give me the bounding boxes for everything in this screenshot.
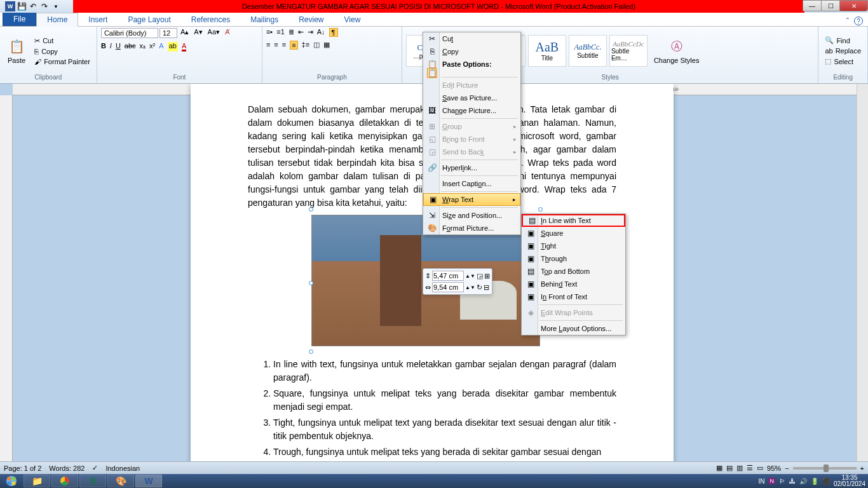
tab-view[interactable]: View <box>334 13 371 26</box>
copy-button[interactable]: ⎘Copy <box>32 47 93 56</box>
view-fullscreen-icon[interactable]: ▤ <box>726 464 733 472</box>
bold-button[interactable]: B <box>101 42 106 51</box>
minimize-button[interactable]: — <box>803 0 822 11</box>
menu-cut[interactable]: ✂Cut <box>423 32 520 45</box>
line-spacing-icon[interactable]: ‡≡ <box>302 41 310 50</box>
replace-button[interactable]: abReplace <box>822 46 864 55</box>
italic-button[interactable]: I <box>110 42 112 51</box>
word-count[interactable]: Words: 282 <box>49 464 85 472</box>
style-item[interactable]: AaBbCc.Subtitle <box>569 35 607 67</box>
align-icon[interactable]: ⊟ <box>484 283 489 292</box>
strike-button[interactable]: abc <box>125 42 136 51</box>
underline-button[interactable]: U <box>116 42 121 51</box>
start-button[interactable] <box>0 474 23 488</box>
tray-network-icon[interactable]: 🖧 <box>789 478 796 485</box>
font-color-icon[interactable]: A <box>182 42 186 51</box>
style-item[interactable]: AaBbCcDcSubtle Em… <box>609 35 648 67</box>
help-icon[interactable]: ? <box>854 17 863 25</box>
justify-icon[interactable]: ≡ <box>290 41 297 50</box>
zoom-level[interactable]: 95% <box>767 464 781 472</box>
menu-top-bottom[interactable]: ▤Top and Bottom <box>522 265 625 278</box>
menu-insert-caption[interactable]: Insert Caption... <box>423 177 520 190</box>
resize-handle[interactable] <box>309 281 313 285</box>
resize-handle[interactable] <box>309 207 313 212</box>
taskbar-explorer[interactable]: 📁 <box>24 475 50 487</box>
minimize-ribbon-icon[interactable]: ˆ <box>846 17 849 26</box>
cut-button[interactable]: ✂Cut <box>32 36 93 46</box>
menu-behind-text[interactable]: ▣Behind Text <box>522 278 625 290</box>
menu-size-position[interactable]: ⇲Size and Position... <box>423 209 520 222</box>
taskbar-paint[interactable]: 🎨 <box>107 475 134 487</box>
view-web-icon[interactable]: ▥ <box>736 464 743 472</box>
menu-copy[interactable]: ⎘Copy <box>423 45 520 58</box>
file-tab[interactable]: File <box>3 12 36 26</box>
zoom-out-button[interactable]: − <box>785 464 789 472</box>
zoom-slider[interactable] <box>793 467 857 470</box>
width-input[interactable] <box>432 282 464 292</box>
proofing-icon[interactable]: ✓ <box>92 464 98 472</box>
font-name-select[interactable]: Calibri (Body) <box>101 28 158 38</box>
tray-battery-icon[interactable]: 🔋 <box>811 478 818 485</box>
grow-font-icon[interactable]: A▴ <box>179 28 191 38</box>
tab-review[interactable]: Review <box>288 13 334 26</box>
text-effects-icon[interactable]: A <box>159 42 163 51</box>
save-icon[interactable]: 💾 <box>17 1 27 11</box>
menu-tight[interactable]: ▣Tight <box>522 240 625 252</box>
shading-icon[interactable]: ◫ <box>313 41 320 50</box>
height-input[interactable] <box>432 271 464 281</box>
menu-hyperlink[interactable]: 🔗Hyperlink... <box>423 161 520 174</box>
multilevel-icon[interactable]: ≣ <box>288 28 294 37</box>
tray-action-icon[interactable]: 🏳 <box>779 478 785 485</box>
font-size-select[interactable]: 12 <box>159 28 177 38</box>
align-right-icon[interactable]: ≡ <box>282 41 286 50</box>
picture-size-toolbar[interactable]: ⇕ ▲▼ ◲ ⊞ ⇔ ▲▼ ↻ ⊟ <box>423 268 492 295</box>
redo-icon[interactable]: ↷ <box>39 1 50 11</box>
decrease-indent-icon[interactable]: ⇤ <box>298 28 304 37</box>
zoom-in-button[interactable]: + <box>860 464 864 472</box>
view-draft-icon[interactable]: ▭ <box>757 464 763 472</box>
tab-insert[interactable]: Insert <box>78 13 118 26</box>
menu-square[interactable]: ▣Square <box>522 227 625 240</box>
language-status[interactable]: Indonesian <box>105 464 140 472</box>
superscript-button[interactable]: x² <box>149 42 155 51</box>
menu-front-of-text[interactable]: ▣In Front of Text <box>522 290 625 303</box>
rotate-icon[interactable]: ↻ <box>477 283 482 292</box>
tab-home[interactable]: Home <box>36 13 78 27</box>
menu-wrap-text[interactable]: ▣Wrap Text▸ <box>423 193 520 206</box>
numbering-icon[interactable]: ≡1 <box>276 28 285 37</box>
tray-volume-icon[interactable]: 🔊 <box>799 478 807 485</box>
crop-icon[interactable]: ◲ <box>477 272 483 280</box>
menu-inline-with-text[interactable]: ▤In Line with Text <box>522 214 625 227</box>
taskbar-excel[interactable]: X <box>79 475 106 487</box>
tray-shield-icon[interactable]: ⬛ <box>822 478 830 485</box>
clear-format-icon[interactable]: Ⱥ <box>223 28 232 38</box>
paste-button[interactable]: 📋 Paste <box>4 36 29 65</box>
increase-indent-icon[interactable]: ⇥ <box>308 28 313 37</box>
taskbar-word[interactable]: W <box>135 475 162 487</box>
highlight-icon[interactable]: ab <box>168 42 178 51</box>
shrink-font-icon[interactable]: A▾ <box>192 28 204 38</box>
spinner-icon[interactable]: ▲▼ <box>465 285 475 290</box>
menu-paste-option-icon[interactable]: 📋 <box>423 71 520 76</box>
undo-icon[interactable]: ↶ <box>28 1 38 11</box>
select-button[interactable]: ⬚Select <box>822 57 864 66</box>
resize-handle[interactable] <box>309 349 313 354</box>
view-outline-icon[interactable]: ☰ <box>747 464 753 472</box>
resize-handle[interactable] <box>538 207 543 212</box>
change-styles-button[interactable]: Ⓐ Change Styles <box>650 36 703 65</box>
tab-page-layout[interactable]: Page Layout <box>118 13 180 26</box>
sort-icon[interactable]: A↓ <box>317 28 325 37</box>
menu-save-as-picture[interactable]: Save as Picture... <box>423 92 520 104</box>
spinner-icon[interactable]: ▲▼ <box>465 273 475 279</box>
menu-more-layout[interactable]: More Layout Options... <box>522 322 625 335</box>
menu-through[interactable]: ▣Through <box>522 252 625 265</box>
clock-date[interactable]: 02/01/2024 <box>834 481 865 487</box>
format-painter-button[interactable]: 🖌Format Painter <box>32 57 93 66</box>
menu-format-picture[interactable]: 🎨Format Picture... <box>423 222 520 234</box>
input-language[interactable]: IN <box>758 478 764 485</box>
menu-change-picture[interactable]: 🖼Change Picture... <box>423 104 520 117</box>
page-status[interactable]: Page: 1 of 2 <box>4 464 41 472</box>
taskbar-chrome[interactable] <box>51 475 78 487</box>
subscript-button[interactable]: x₂ <box>140 42 146 51</box>
group-icon[interactable]: ⊞ <box>484 272 490 280</box>
